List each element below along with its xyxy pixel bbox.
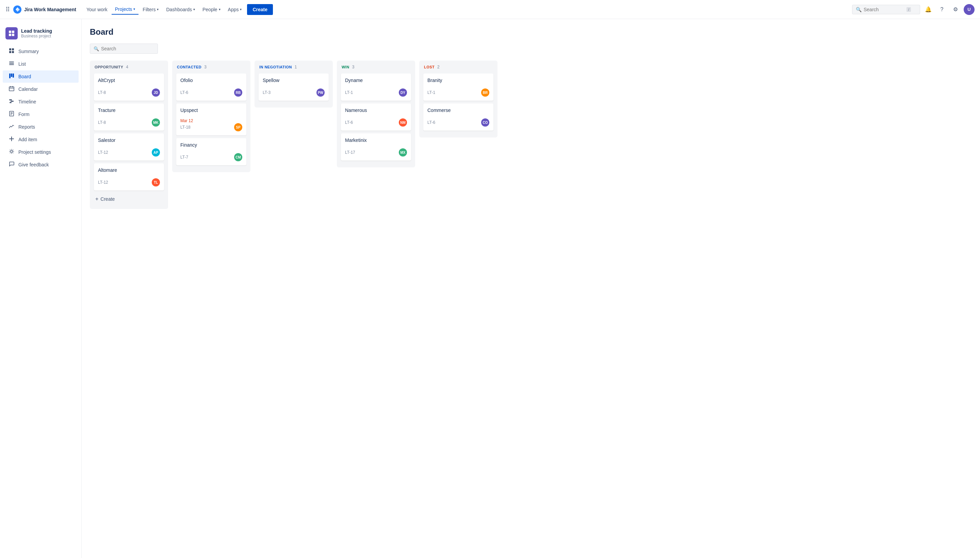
sidebar-label-reports: Reports bbox=[18, 124, 35, 130]
apps-nav[interactable]: Apps ▾ bbox=[225, 5, 245, 14]
sidebar-item-form[interactable]: Form bbox=[3, 108, 79, 120]
card-financy[interactable]: Financy LT-7 CM bbox=[176, 138, 246, 165]
board-search-input[interactable] bbox=[101, 46, 161, 51]
card-namerous[interactable]: Namerous LT-6 NM bbox=[341, 103, 411, 131]
sidebar-item-summary[interactable]: Summary bbox=[3, 45, 79, 57]
create-button[interactable]: Create bbox=[247, 4, 273, 15]
add-item-icon bbox=[8, 136, 15, 143]
card-id: LT-6 bbox=[427, 120, 435, 125]
sidebar-item-calendar[interactable]: Calendar bbox=[3, 83, 79, 95]
reports-icon bbox=[8, 123, 15, 130]
search-box[interactable]: 🔍 / bbox=[852, 5, 920, 14]
svg-rect-5 bbox=[12, 48, 14, 50]
column-title: OPPORTUNITY bbox=[95, 65, 123, 69]
create-card-label: Create bbox=[100, 196, 115, 202]
dashboards-nav[interactable]: Dashboards ▾ bbox=[163, 5, 199, 14]
card-title: Marketinix bbox=[345, 138, 407, 143]
card-overdue: Mar 12 bbox=[181, 118, 242, 123]
card-title: Ofolio bbox=[181, 77, 242, 83]
card-dyname[interactable]: Dyname LT-1 DY bbox=[341, 74, 411, 101]
form-icon bbox=[8, 111, 15, 118]
card-id: LT-1 bbox=[427, 90, 435, 95]
svg-rect-2 bbox=[9, 34, 11, 36]
card-tracture[interactable]: Tracture LT-8 MK bbox=[94, 103, 164, 131]
card-spellow[interactable]: Spellow LT-3 PW bbox=[259, 74, 329, 101]
card-footer: LT-17 MX bbox=[345, 148, 407, 156]
sidebar-item-reports[interactable]: Reports bbox=[3, 121, 79, 133]
card-commerse[interactable]: Commerse LT-6 CO bbox=[423, 103, 493, 131]
svg-rect-8 bbox=[9, 62, 14, 62]
your-work-nav[interactable]: Your work bbox=[83, 5, 111, 14]
card-ofolio[interactable]: Ofolio LT-6 RB bbox=[176, 74, 246, 101]
sidebar-label-list: List bbox=[18, 61, 26, 67]
sidebar-label-add-item: Add item bbox=[18, 137, 37, 142]
timeline-icon bbox=[8, 98, 15, 105]
board-icon bbox=[8, 73, 15, 80]
main-layout: Lead tracking Business project Summary L… bbox=[0, 19, 980, 558]
card-title: Commerse bbox=[427, 108, 489, 113]
project-settings-icon bbox=[8, 149, 15, 156]
card-footer: LT-8 MK bbox=[98, 118, 160, 126]
column-contacted: CONTACTED 3 Ofolio LT-6 RB Upspect Mar 1… bbox=[172, 61, 250, 172]
sidebar-label-board: Board bbox=[18, 74, 31, 79]
card-avatar: CM bbox=[234, 153, 242, 161]
card-salestor[interactable]: Salestor LT-12 AP bbox=[94, 133, 164, 161]
column-lost: LOST 2 Branity LT-1 BR Commerse LT-6 CO bbox=[419, 61, 497, 138]
people-nav[interactable]: People ▾ bbox=[199, 5, 224, 14]
card-title: Upspect bbox=[181, 108, 242, 113]
notifications-button[interactable]: 🔔 bbox=[923, 4, 934, 15]
card-footer: LT-18 SP bbox=[181, 123, 242, 131]
grid-icon[interactable]: ⠿ bbox=[5, 6, 10, 13]
card-id: LT-12 bbox=[98, 180, 108, 185]
svg-rect-20 bbox=[10, 102, 11, 103]
svg-rect-7 bbox=[12, 51, 14, 53]
card-upspect[interactable]: Upspect Mar 12 LT-18 SP bbox=[176, 103, 246, 135]
sidebar-item-timeline[interactable]: Timeline bbox=[3, 95, 79, 108]
board-search-box[interactable]: 🔍 bbox=[90, 44, 158, 54]
user-avatar-button[interactable]: U bbox=[964, 4, 975, 15]
svg-rect-14 bbox=[9, 87, 14, 91]
card-title: Tracture bbox=[98, 108, 160, 113]
card-altcrypt[interactable]: AltCrypt LT-8 JD bbox=[94, 74, 164, 101]
card-altomare[interactable]: Altomare LT-12 TL bbox=[94, 163, 164, 190]
card-marketinix[interactable]: Marketinix LT-17 MX bbox=[341, 133, 411, 161]
project-icon bbox=[5, 27, 18, 39]
column-title: WIN bbox=[341, 65, 350, 69]
card-footer: LT-1 DY bbox=[345, 89, 407, 97]
card-footer: LT-6 CO bbox=[427, 118, 489, 126]
card-branity[interactable]: Branity LT-1 BR bbox=[423, 74, 493, 101]
svg-rect-26 bbox=[9, 138, 14, 139]
card-id: LT-18 bbox=[181, 125, 190, 130]
summary-icon bbox=[8, 48, 15, 55]
card-avatar: AP bbox=[152, 148, 160, 156]
logo[interactable]: Jira Work Management bbox=[13, 5, 76, 14]
card-id: LT-1 bbox=[345, 90, 353, 95]
card-avatar: DY bbox=[399, 89, 407, 97]
sidebar-item-list[interactable]: List bbox=[3, 58, 79, 70]
card-avatar: PW bbox=[317, 89, 325, 97]
help-button[interactable]: ? bbox=[936, 4, 947, 15]
sidebar-item-project-settings[interactable]: Project settings bbox=[3, 146, 79, 158]
sidebar-label-calendar: Calendar bbox=[18, 87, 38, 92]
sidebar-item-give-feedback[interactable]: Give feedback bbox=[3, 159, 79, 171]
column-count: 4 bbox=[126, 65, 128, 69]
card-id: LT-6 bbox=[181, 90, 188, 95]
create-card-button[interactable]: + Create bbox=[94, 193, 164, 205]
card-title: Salestor bbox=[98, 138, 160, 143]
sidebar-item-board[interactable]: Board bbox=[3, 71, 79, 83]
logo-text: Jira Work Management bbox=[24, 7, 76, 12]
search-kbd: / bbox=[906, 7, 911, 12]
search-icon: 🔍 bbox=[856, 7, 862, 12]
search-input[interactable] bbox=[863, 7, 904, 12]
card-footer: LT-12 TL bbox=[98, 178, 160, 187]
column-win: WIN 3 Dyname LT-1 DY Namerous LT-6 NM bbox=[337, 61, 415, 167]
filters-nav[interactable]: Filters ▾ bbox=[139, 5, 162, 14]
sidebar-item-add-item[interactable]: Add item bbox=[3, 133, 79, 146]
settings-button[interactable]: ⚙ bbox=[950, 4, 961, 15]
projects-nav[interactable]: Projects ▾ bbox=[112, 5, 139, 15]
card-title: Altomare bbox=[98, 167, 160, 173]
column-in-negotiation: IN NEGOTIATION 1 Spellow LT-3 PW bbox=[254, 61, 333, 108]
card-id: LT-6 bbox=[345, 120, 353, 125]
card-avatar: MK bbox=[152, 118, 160, 126]
topnav-items: Your work Projects ▾ Filters ▾ Dashboard… bbox=[83, 4, 851, 15]
